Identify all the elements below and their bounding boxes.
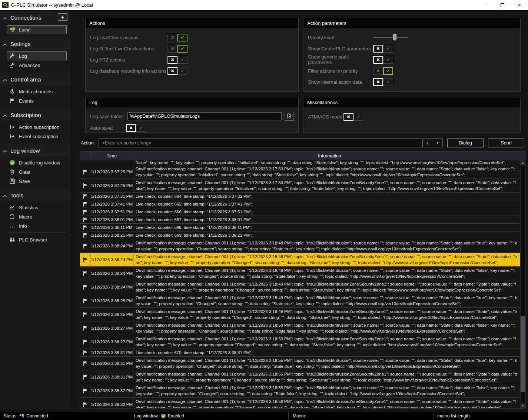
toggle-x-button[interactable]: ✖: [373, 45, 383, 53]
sidebar-item-advanced[interactable]: Advanced: [7, 61, 67, 70]
add-connection-button[interactable]: +: [58, 13, 67, 21]
log-row[interactable]: 1/12/2026 3:38:11 PMLive check; counter:…: [80, 224, 520, 231]
sidebar-section-log-window[interactable]: Log window: [0, 144, 70, 156]
flag-icon: [80, 267, 90, 280]
action-string-input[interactable]: [99, 139, 422, 147]
log-row[interactable]: 1/12/2026 3:37:31 PMLive check; counter:…: [80, 193, 520, 200]
toggle-check-button[interactable]: ✔: [136, 124, 146, 132]
log-row[interactable]: "false"; key name: ""; key value: ""; pr…: [80, 160, 520, 165]
add-action-button[interactable]: +: [422, 139, 433, 147]
dialog-button[interactable]: Dialog: [447, 139, 484, 147]
param-label: Show CenterPLC parameters: [308, 46, 373, 51]
actions-panel-title: Actions: [86, 18, 298, 28]
toggle-x-button[interactable]: ✖: [167, 67, 177, 75]
log-row[interactable]: 1/12/2026 3:37:25 PMOnvif notification m…: [80, 165, 520, 179]
close-button[interactable]: ×: [511, 0, 528, 10]
toggle-check-button[interactable]: ✔: [383, 78, 393, 86]
sidebar-section-control-area[interactable]: Control area: [0, 73, 70, 85]
log-row[interactable]: 1/12/2026 3:38:24 PMOnvif notification m…: [80, 280, 520, 294]
flag-icon: [80, 335, 90, 349]
log-row[interactable]: 1/12/2026 3:38:27 PMOnvif notification m…: [80, 321, 520, 335]
sidebar-item-label: Save: [19, 179, 30, 184]
log-row-selected[interactable]: 1/12/2026 3:38:24 PMOnvif notification m…: [80, 253, 520, 267]
plus-icon: +: [426, 140, 429, 146]
scroll-down-icon[interactable]: [520, 403, 526, 408]
sidebar-item-label: Macro: [19, 214, 32, 220]
log-row[interactable]: 1/12/2026 3:38:24 PMOnvif notification m…: [80, 239, 520, 253]
log-row-time: 1/12/2026 3:37:41 PM: [90, 200, 133, 208]
scroll-up-icon[interactable]: [520, 160, 526, 166]
sidebar-section-subscription[interactable]: Subscription: [0, 109, 70, 121]
param-label: Log LiveCheck actions: [90, 35, 167, 40]
macro-segment: Macro:: [289, 411, 434, 420]
log-row[interactable]: 1/12/2026 3:38:01 PMLive check; counter:…: [80, 216, 520, 224]
sidebar-section-connections[interactable]: Connections+: [0, 11, 70, 23]
priority-level-label: Priority level: [308, 35, 373, 40]
sidebar-item-macro[interactable]: Macro: [7, 212, 67, 221]
action-dropdown-button[interactable]: ▼: [433, 139, 442, 147]
sidebar-item-events[interactable]: Events: [7, 96, 67, 105]
toggle-x-button[interactable]: ✖: [373, 78, 383, 86]
log-row[interactable]: 1/12/2026 3:37:51 PMLive check; counter:…: [80, 208, 520, 216]
log-row[interactable]: 1/12/2026 3:38:27 PMOnvif notification m…: [80, 335, 520, 349]
log-row-information: Onvif notification message; channel: Cha…: [133, 165, 520, 179]
log-row[interactable]: 1/12/2026 3:38:25 PMOnvif notification m…: [80, 294, 520, 308]
vertical-scrollbar[interactable]: [520, 160, 526, 408]
sidebar-item-event-subscription[interactable]: Event subscription: [7, 132, 67, 141]
sidebar-item-log[interactable]: Log: [7, 51, 67, 60]
scrollbar-track[interactable]: [521, 166, 525, 403]
log-row[interactable]: 1/12/2026 3:38:24 PMOnvif notification m…: [80, 267, 520, 280]
toggle-check-button[interactable]: ✔: [177, 67, 187, 75]
send-button[interactable]: Send: [488, 139, 524, 147]
toggle-x-button[interactable]: ✖: [373, 56, 383, 64]
sidebar-item-clear[interactable]: Clear: [7, 167, 67, 176]
toggle-check-button[interactable]: ✔: [383, 56, 393, 64]
log-row[interactable]: 1/12/2026 3:38:31 PMOnvif notification m…: [80, 370, 520, 384]
sidebar-item-save[interactable]: Save: [7, 177, 67, 186]
log-row-time: 1/12/2026 3:38:25 PM: [90, 308, 133, 321]
connection-status-icon: [19, 413, 24, 419]
toggle-x-button[interactable]: ✖: [167, 34, 177, 41]
toggle-x-button[interactable]: ✖: [167, 56, 177, 64]
information-column-header[interactable]: Information: [133, 151, 526, 160]
toggle-check-button[interactable]: ✔: [383, 45, 393, 53]
time-column-header[interactable]: Time: [90, 151, 133, 160]
flag-icon: [80, 200, 90, 208]
maximize-button[interactable]: [494, 0, 511, 10]
slider-handle[interactable]: [393, 34, 396, 40]
sidebar-section-settings[interactable]: Settings: [0, 37, 70, 50]
browse-folder-button[interactable]: [285, 112, 294, 121]
log-row[interactable]: 1/12/2026 3:38:32 PMOnvif notification m…: [80, 398, 520, 408]
toggle-x-button[interactable]: ✖: [126, 124, 136, 132]
toggle-check-button[interactable]: ✔: [177, 56, 187, 64]
log-row[interactable]: 1/12/2026 3:37:25 PMOnvif notification m…: [80, 179, 520, 193]
toggle-x-button[interactable]: ✖: [373, 67, 383, 75]
log-save-folder-input[interactable]: [127, 112, 282, 120]
toggle-x-button[interactable]: ✖: [167, 45, 177, 53]
sidebar-item-plc-browser[interactable]: PLC Browser: [7, 235, 67, 244]
sidebar-section-tools[interactable]: Tools: [0, 189, 70, 201]
priority-level-slider[interactable]: [373, 34, 408, 41]
sidebar-item-statistics[interactable]: Statistics: [7, 203, 67, 212]
toggle-check-button[interactable]: ✔: [383, 67, 393, 75]
toggle-check-button[interactable]: ✔: [177, 45, 187, 53]
scrollbar-thumb[interactable]: [521, 316, 525, 392]
save-icon: [9, 178, 15, 184]
sidebar-item-label: Disable log window: [19, 160, 60, 166]
log-row[interactable]: 1/12/2026 3:38:31 PMLive check; counter:…: [80, 349, 520, 357]
sidebar-item-local[interactable]: Local: [7, 25, 67, 34]
toggle-x-button[interactable]: ✖: [343, 113, 353, 121]
sidebar-section-title: Log window: [10, 147, 40, 154]
log-row[interactable]: 1/12/2026 3:37:41 PMLive check; counter:…: [80, 200, 520, 208]
sidebar-item-media-channels[interactable]: Media channels: [7, 87, 67, 96]
log-row[interactable]: 1/12/2026 3:38:31 PMOnvif notification m…: [80, 357, 520, 370]
sidebar-item-disable-log-window[interactable]: Disable log window: [7, 158, 67, 167]
toggle-check-button[interactable]: ✔: [353, 113, 363, 121]
sidebar-item-info[interactable]: Info: [7, 221, 67, 230]
log-row[interactable]: 1/12/2026 3:38:25 PMOnvif notification m…: [80, 308, 520, 321]
minimize-button[interactable]: [477, 0, 494, 10]
toggle-check-button[interactable]: ✔: [177, 34, 187, 41]
log-row[interactable]: 1/12/2026 3:38:32 PMOnvif notification m…: [80, 384, 520, 398]
sidebar-item-action-subscription[interactable]: Action subscription: [7, 123, 67, 131]
log-row[interactable]: 1/12/2026 3:38:21 PMLive check; counter:…: [80, 231, 520, 239]
